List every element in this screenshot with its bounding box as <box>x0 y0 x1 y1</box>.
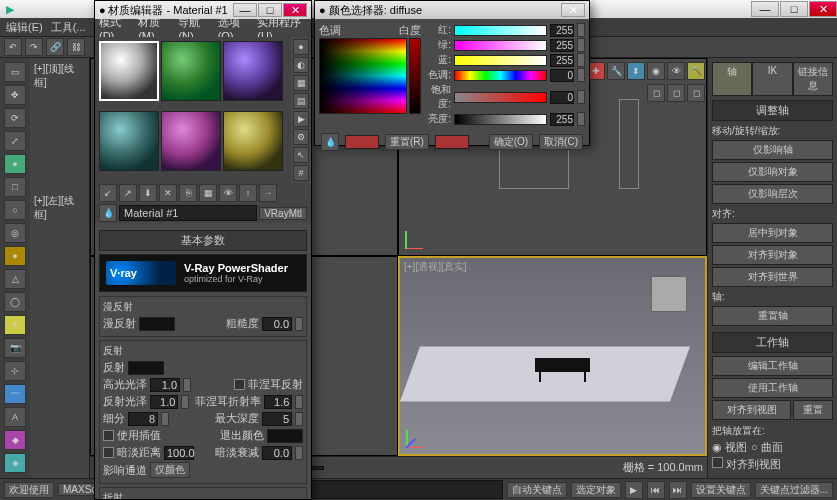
v-field[interactable]: 255 <box>550 113 574 126</box>
sample-type-icon[interactable]: ● <box>293 39 309 55</box>
fresnel-checkbox[interactable] <box>234 379 245 390</box>
r-slider[interactable] <box>454 25 547 36</box>
backlight-icon[interactable]: ◐ <box>293 57 309 73</box>
section-adjust-pivot[interactable]: 调整轴 <box>712 100 833 121</box>
tool-icon[interactable]: ◻ <box>687 84 705 102</box>
scene-object-table[interactable] <box>535 358 590 372</box>
hierarchy-icon[interactable]: ⬍ <box>627 62 645 80</box>
menu-tools[interactable]: 工具(... <box>51 20 86 35</box>
reset-button[interactable]: 重置 <box>793 400 833 420</box>
subdiv-field[interactable]: 8 <box>128 412 158 426</box>
affect-pivot-button[interactable]: 仅影响轴 <box>712 140 833 160</box>
spinner[interactable] <box>181 395 189 409</box>
spinner[interactable] <box>577 90 585 104</box>
video-icon[interactable]: ▶ <box>293 111 309 127</box>
s-field[interactable]: 0 <box>550 91 574 104</box>
undo-button[interactable]: ↶ <box>4 38 22 56</box>
cancel-button[interactable]: 取消(C) <box>539 134 583 150</box>
rotate-icon[interactable]: ⟳ <box>4 108 26 128</box>
move-icon[interactable]: ✥ <box>4 85 26 105</box>
dimfall-field[interactable]: 0.0 <box>262 446 292 460</box>
spinner[interactable] <box>577 112 585 126</box>
material-slot-5[interactable] <box>161 111 221 171</box>
lock-checkbox[interactable] <box>712 457 723 468</box>
material-type-button[interactable]: VRayMtl <box>259 207 307 220</box>
display-icon[interactable]: 👁 <box>667 62 685 80</box>
use-working-pivot-button[interactable]: 使用工作轴 <box>712 378 833 398</box>
cone-icon[interactable]: △ <box>4 269 26 289</box>
options-icon[interactable]: ⚙ <box>293 129 309 145</box>
center-object-button[interactable]: 居中到对象 <box>712 223 833 243</box>
spinner[interactable] <box>577 68 585 82</box>
unlink-button[interactable]: ⛓ <box>67 38 85 56</box>
exit-swatch[interactable] <box>267 429 303 443</box>
r-field[interactable]: 255 <box>550 24 574 37</box>
spinner[interactable] <box>183 378 191 392</box>
get-material-icon[interactable]: ↙ <box>99 184 117 202</box>
box-icon[interactable]: □ <box>4 177 26 197</box>
pick-icon[interactable]: 💧 <box>99 204 117 222</box>
reflect-swatch[interactable] <box>128 361 164 375</box>
clone-icon[interactable]: ⎘ <box>179 184 197 202</box>
sphere-icon[interactable]: ● <box>4 154 26 174</box>
prev-icon[interactable]: ⏮ <box>647 481 665 499</box>
fresnel-ior-field[interactable]: 1.6 <box>264 395 292 409</box>
section-working-pivot[interactable]: 工作轴 <box>712 332 833 353</box>
radio-view[interactable]: ◉ 视图 <box>712 440 747 455</box>
color-picker-titlebar[interactable]: ● 颜色选择器: diffuse ✕ <box>315 1 589 19</box>
select-icon[interactable]: ↖ <box>293 147 309 163</box>
torus-icon[interactable]: ◎ <box>4 223 26 243</box>
text-icon[interactable]: A <box>4 407 26 427</box>
next-icon[interactable]: ⏭ <box>669 481 687 499</box>
b-field[interactable]: 255 <box>550 54 574 67</box>
spinner[interactable] <box>295 395 303 409</box>
h-field[interactable]: 0 <box>550 69 574 82</box>
viewport-label[interactable]: [+][透视][真实] <box>404 260 467 274</box>
go-sibling-icon[interactable]: → <box>259 184 277 202</box>
show-map-icon[interactable]: ▦ <box>199 184 217 202</box>
spinner[interactable] <box>577 23 585 37</box>
autokey-button[interactable]: 自动关键点 <box>507 482 567 498</box>
tab-link[interactable]: 链接信息 <box>793 62 833 96</box>
affect-dropdown[interactable]: 仅颜色 <box>150 462 190 478</box>
maximize-button[interactable]: □ <box>780 1 808 17</box>
basic-params-header[interactable]: 基本参数 <box>99 230 307 251</box>
helper-icon[interactable]: ⊹ <box>4 361 26 381</box>
material-slot-3[interactable] <box>223 41 283 101</box>
hilight-field[interactable]: 1.0 <box>150 378 180 392</box>
scale-icon[interactable]: ⤢ <box>4 131 26 151</box>
diffuse-swatch[interactable] <box>139 317 175 331</box>
maxdepth-field[interactable]: 5 <box>262 412 292 426</box>
selected-button[interactable]: 选定对象 <box>571 482 621 498</box>
keyfilter-button[interactable]: 关键点过滤器... <box>755 482 833 498</box>
spinner[interactable] <box>295 412 303 426</box>
play-icon[interactable]: ▶ <box>625 481 643 499</box>
tube-icon[interactable]: ◯ <box>4 292 26 312</box>
dim-field[interactable]: 100.0 <box>164 446 194 460</box>
tab-pivot[interactable]: 轴 <box>712 62 752 96</box>
link-button[interactable]: 🔗 <box>46 38 64 56</box>
tool-icon[interactable]: ◻ <box>647 84 665 102</box>
camera-icon[interactable]: 📷 <box>4 338 26 358</box>
sample-uv-icon[interactable]: ▤ <box>293 93 309 109</box>
affect-hierarchy-button[interactable]: 仅影响层次 <box>712 184 833 204</box>
spinner[interactable] <box>295 317 303 331</box>
put-material-icon[interactable]: ↗ <box>119 184 137 202</box>
reset-icon[interactable]: ✕ <box>159 184 177 202</box>
g-slider[interactable] <box>454 40 547 51</box>
roughness-field[interactable]: 0.0 <box>262 317 292 331</box>
close-button[interactable]: ✕ <box>561 3 585 17</box>
spinner[interactable] <box>577 38 585 52</box>
cylinder-icon[interactable]: ○ <box>4 200 26 220</box>
eyedropper-icon[interactable]: 💧 <box>321 133 339 151</box>
spinner[interactable] <box>161 412 169 426</box>
h-slider[interactable] <box>454 70 547 81</box>
viewcube[interactable] <box>651 276 687 312</box>
reset-button[interactable]: 重置(R) <box>385 134 429 150</box>
interp-checkbox[interactable] <box>103 430 114 441</box>
affect-object-button[interactable]: 仅影响对象 <box>712 162 833 182</box>
assign-icon[interactable]: ⬇ <box>139 184 157 202</box>
v-slider[interactable] <box>454 114 547 125</box>
b-slider[interactable] <box>454 55 547 66</box>
tab-ik[interactable]: IK <box>752 62 792 96</box>
